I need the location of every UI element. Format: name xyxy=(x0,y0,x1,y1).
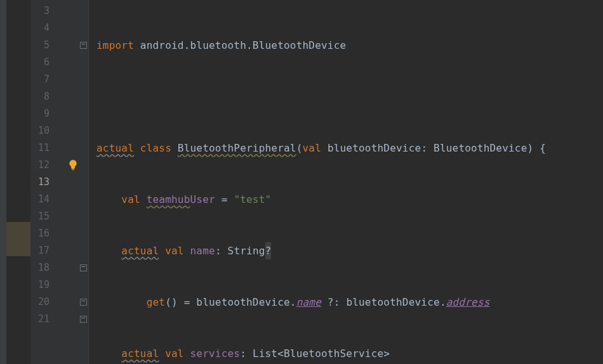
keyword-class: class xyxy=(140,142,171,154)
line-number: 14 xyxy=(30,191,50,208)
code-line[interactable]: val teamhubUser = "test" xyxy=(89,191,603,208)
keyword-val: val xyxy=(165,348,184,360)
property-ref: name xyxy=(296,296,321,308)
line-number: 17 xyxy=(30,242,50,259)
keyword-get: get xyxy=(147,296,166,308)
line-number: 8 xyxy=(30,88,50,105)
editor-frame-edge xyxy=(0,0,6,364)
line-number: 16 xyxy=(30,225,50,242)
line-number: 5 xyxy=(30,37,50,54)
receiver: bluetoothDevice xyxy=(346,296,440,308)
keyword-actual: actual xyxy=(96,142,134,154)
keyword-val: val xyxy=(165,245,184,257)
line-number: 9 xyxy=(30,105,50,122)
keyword-val: val xyxy=(121,193,140,205)
type-name: List<BluetoothService> xyxy=(253,348,390,360)
property-name: services xyxy=(190,348,241,360)
receiver: bluetoothDevice xyxy=(196,296,290,308)
line-number: 13 xyxy=(30,174,50,191)
line-number: 11 xyxy=(30,140,50,157)
line-number: 20 xyxy=(30,294,50,311)
parameter-type: BluetoothDevice xyxy=(434,142,527,154)
fold-toggle-icon[interactable] xyxy=(80,264,87,271)
line-number: 12 xyxy=(30,157,50,174)
class-name: BluetoothPeripheral xyxy=(178,142,296,154)
code-text-area[interactable]: import android.bluetooth.BluetoothDevice… xyxy=(89,0,603,364)
line-number: 21 xyxy=(30,311,50,328)
code-line[interactable]: actual val name: String? xyxy=(89,242,603,259)
code-line[interactable]: actual class BluetoothPeripheral(val blu… xyxy=(89,140,603,157)
code-line[interactable]: get() = bluetoothDevice.name ?: bluetoot… xyxy=(89,294,603,311)
left-marker-bar xyxy=(6,0,30,364)
line-number: 7 xyxy=(30,71,50,88)
line-number: 3 xyxy=(30,3,50,20)
keyword-actual: actual xyxy=(121,245,159,257)
gutter-icon-column xyxy=(57,0,89,364)
line-number: 18 xyxy=(30,259,50,276)
caret-cell: ? xyxy=(265,242,272,259)
intention-bulb-icon[interactable] xyxy=(67,159,79,171)
type-name: String xyxy=(228,245,265,257)
line-number: 6 xyxy=(30,54,50,71)
keyword-actual: actual xyxy=(121,348,159,360)
string-literal: "test" xyxy=(234,193,271,205)
code-line[interactable]: import android.bluetooth.BluetoothDevice xyxy=(89,37,603,54)
change-marker xyxy=(6,222,30,256)
property-ref: address xyxy=(446,296,490,308)
code-line[interactable]: actual val services: List<BluetoothServi… xyxy=(89,345,603,362)
line-number: 19 xyxy=(30,276,50,294)
package-path: android.bluetooth.BluetoothDevice xyxy=(140,39,346,51)
line-number: 10 xyxy=(30,122,50,140)
keyword-import: import xyxy=(96,39,134,51)
svg-rect-0 xyxy=(72,169,75,171)
code-editor[interactable]: 3 4 5 6 7 8 9 10 11 12 13 14 15 16 17 18… xyxy=(0,0,603,364)
property-name: teamhub xyxy=(147,193,190,205)
fold-toggle-icon[interactable] xyxy=(80,299,87,306)
line-number: 15 xyxy=(30,208,50,225)
parameter-name: bluetoothDevice xyxy=(328,142,421,154)
fold-toggle-icon[interactable] xyxy=(80,42,87,49)
keyword-val: val xyxy=(303,142,322,154)
code-line[interactable] xyxy=(89,88,603,105)
property-name: name xyxy=(190,245,215,257)
line-number: 4 xyxy=(30,20,50,37)
fold-toggle-icon[interactable] xyxy=(80,316,87,323)
line-number-gutter: 3 4 5 6 7 8 9 10 11 12 13 14 15 16 17 18… xyxy=(30,0,57,364)
